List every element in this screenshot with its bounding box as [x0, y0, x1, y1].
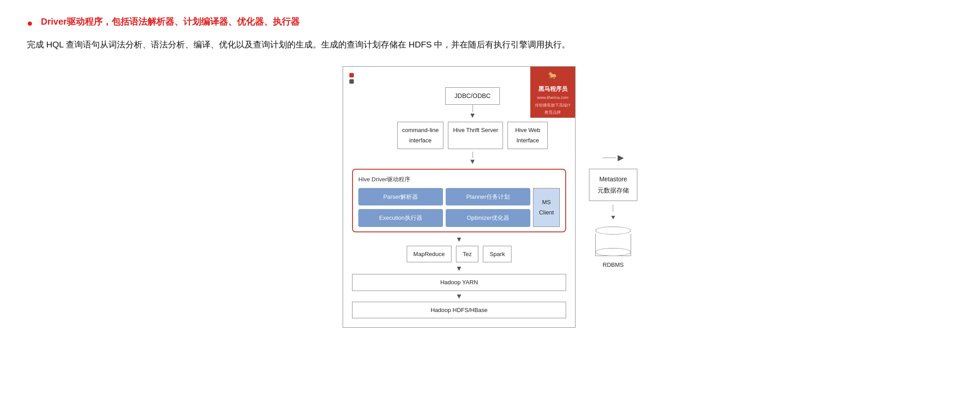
spark-label: Spark	[490, 251, 505, 257]
rdbms-label: RDBMS	[603, 260, 624, 270]
arrow-driver-tip: ▼	[469, 158, 476, 165]
execution-label: Execution执行器	[379, 214, 422, 221]
arrow-jdbc-tip: ▼	[469, 112, 476, 119]
driver-section: Hive Driver驱动程序 Parser解析器 Execution执行器	[352, 169, 566, 232]
cylinder-top	[595, 227, 631, 235]
arrow-to-metastore: ▶	[602, 150, 624, 165]
description-paragraph: 完成 HQL 查询语句从词法分析、语法分析、编译、优化以及查询计划的生成。生成的…	[27, 37, 953, 53]
arrow-from-driver: ▼	[352, 236, 566, 243]
arrow-v-line	[613, 205, 613, 212]
driver-inner: Parser解析器 Execution执行器 Planner任务计划	[358, 188, 560, 227]
right-connector: ▶ Metastore 元数据存储 ▼ RDBMS	[589, 124, 637, 270]
diagram-inner: 🐎 黑马程序员 www.itheima.com 传智播客旗下高端IT教育品牌 J…	[343, 66, 637, 328]
interface-row: command-lineinterface Hive Thrift Server…	[397, 122, 548, 149]
optimizer-label: Optimizer优化器	[467, 214, 509, 221]
metastore-line2: 元数据存储	[597, 185, 629, 196]
metastore-box: Metastore 元数据存储	[589, 169, 637, 201]
planner-label: Planner任务计划	[466, 193, 510, 200]
logo-sub: 传智播客旗下高端IT教育品牌	[534, 102, 572, 116]
main-arch-box: 🐎 黑马程序员 www.itheima.com 传智播客旗下高端IT教育品牌 J…	[343, 66, 576, 328]
bullet-text: Driver驱动程序，包括语法解析器、计划编译器、优化器、执行器	[41, 13, 300, 30]
arrow-to-yarn: ▼	[352, 265, 566, 272]
ms-client-box: MS Client	[533, 188, 560, 227]
dots-indicator	[349, 73, 354, 84]
iface-web-label: Hive WebInterface	[515, 127, 540, 144]
parser-box: Parser解析器	[358, 188, 443, 205]
arrow-to-driver	[473, 152, 473, 158]
planner-box: Planner任务计划	[446, 188, 530, 205]
tez-label: Tez	[463, 251, 472, 257]
arrow-to-hdfs: ▼	[352, 293, 566, 300]
hadoop-hdfs-label: Hadoop HDFS/HBase	[430, 307, 487, 313]
arrow-to-rdbms: ▼	[610, 205, 616, 223]
arrow-h-line	[602, 158, 616, 158]
rdbms-cylinder: RDBMS	[595, 227, 631, 270]
tez-box: Tez	[456, 246, 478, 262]
hadoop-yarn-box: Hadoop YARN	[352, 274, 566, 291]
dot-dark-1	[349, 79, 354, 84]
cylinder-bottom	[595, 248, 631, 256]
driver-components-right: Planner任务计划 Optimizer优化器	[446, 188, 530, 227]
logo-url: www.itheima.com	[534, 94, 572, 101]
jdbc-odbc-label: JDBC/ODBC	[455, 92, 491, 99]
hadoop-yarn-label: Hadoop YARN	[440, 279, 478, 286]
iface-web: Hive WebInterface	[507, 122, 548, 149]
bullet-point: ● Driver驱动程序，包括语法解析器、计划编译器、优化器、执行器	[27, 13, 953, 32]
optimizer-box: Optimizer优化器	[446, 209, 530, 227]
jdbc-odbc-box: JDBC/ODBC	[445, 87, 500, 105]
bullet-dot: ●	[27, 14, 33, 32]
logo-name: 黑马程序员	[534, 84, 572, 94]
iface-cli-label: command-lineinterface	[402, 127, 439, 144]
execution-box: Execution执行器	[358, 209, 443, 227]
dot-red-1	[349, 73, 354, 77]
engine-row: MapReduce Tez Spark	[352, 246, 566, 262]
ms-client-line2: Client	[539, 207, 554, 218]
mapreduce-box: MapReduce	[407, 246, 451, 262]
ms-client-line1: MS	[542, 197, 551, 207]
iface-thrift: Hive Thrift Server	[448, 122, 503, 149]
spark-box: Spark	[483, 246, 511, 262]
architecture-diagram: 🐎 黑马程序员 www.itheima.com 传智播客旗下高端IT教育品牌 J…	[27, 66, 953, 328]
driver-label: Hive Driver驱动程序	[358, 174, 560, 184]
hadoop-hdfs-box: Hadoop HDFS/HBase	[352, 302, 566, 318]
mapreduce-label: MapReduce	[413, 251, 445, 257]
parser-label: Parser解析器	[383, 193, 418, 200]
iface-cli: command-lineinterface	[397, 122, 444, 149]
metastore-line1: Metastore	[597, 174, 629, 185]
arrow-down-tip: ▼	[610, 212, 616, 223]
logo-badge: 🐎 黑马程序员 www.itheima.com 传智播客旗下高端IT教育品牌	[530, 67, 575, 118]
driver-components-left: Parser解析器 Execution执行器	[358, 188, 443, 227]
iface-thrift-label: Hive Thrift Server	[453, 127, 498, 133]
arrow-right-tip: ▶	[618, 150, 624, 165]
arrow-jdbc-down	[473, 105, 473, 112]
